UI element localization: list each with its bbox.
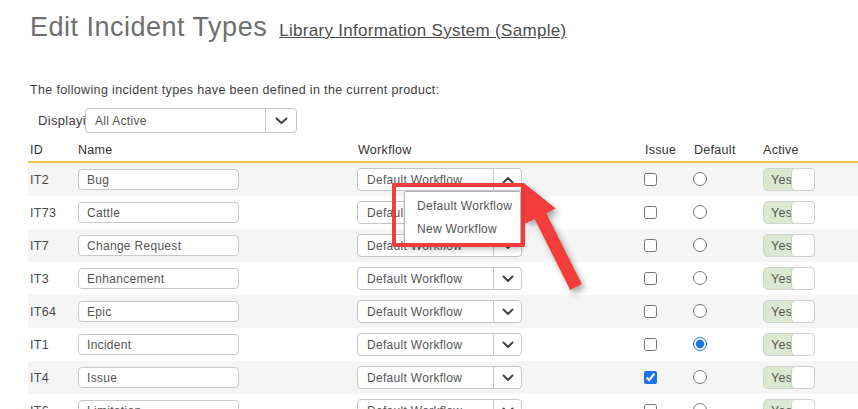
row-id: IT2 <box>30 173 49 187</box>
toggle-knob <box>791 399 815 409</box>
workflow-select[interactable]: Default Workflow <box>357 333 522 356</box>
name-input[interactable] <box>78 202 239 223</box>
active-toggle-label: Yes <box>771 305 792 319</box>
row-id: IT64 <box>30 305 56 319</box>
table-row: IT64 Default Workflow Yes <box>28 295 858 328</box>
active-toggle[interactable]: Yes <box>763 168 815 191</box>
table-header-row: ID Name Workflow Issue Default Active <box>28 140 858 163</box>
workflow-dropdown-panel: Default Workflow New Workflow <box>404 191 521 246</box>
column-header-id: ID <box>30 143 43 157</box>
dropdown-option-new-workflow[interactable]: New Workflow <box>405 218 520 241</box>
row-id: IT7 <box>30 239 49 253</box>
description-text: The following incident types have been d… <box>30 83 439 97</box>
workflow-select[interactable]: Default Workflow <box>357 300 522 323</box>
name-input[interactable] <box>78 334 239 355</box>
column-header-workflow: Workflow <box>358 143 412 157</box>
default-radio[interactable] <box>693 205 707 219</box>
name-input[interactable] <box>78 400 239 409</box>
default-radio[interactable] <box>693 172 707 186</box>
page-title: Edit Incident Types <box>30 12 267 43</box>
default-radio[interactable] <box>693 271 707 285</box>
issue-checkbox[interactable] <box>644 404 657 409</box>
name-input[interactable] <box>78 367 239 388</box>
table-row: IT3 Default Workflow Yes <box>28 262 858 295</box>
issue-checkbox[interactable] <box>644 272 657 285</box>
workflow-select-value: Default Workflow <box>358 338 493 352</box>
name-input[interactable] <box>78 235 239 256</box>
product-link[interactable]: Library Information System (Sample) <box>279 21 566 41</box>
active-toggle-label: Yes <box>771 272 792 286</box>
issue-checkbox[interactable] <box>644 371 657 384</box>
row-id: IT1 <box>30 338 49 352</box>
row-id: IT4 <box>30 371 49 385</box>
active-toggle-label: Yes <box>771 338 792 352</box>
active-toggle[interactable]: Yes <box>763 234 815 257</box>
active-toggle[interactable]: Yes <box>763 300 815 323</box>
chevron-down-icon[interactable] <box>493 268 521 289</box>
dropdown-option-default-workflow[interactable]: Default Workflow <box>405 195 520 218</box>
chevron-down-icon[interactable] <box>493 301 521 322</box>
workflow-select[interactable]: Default Workflow <box>357 399 522 409</box>
table-row: IT6 Default Workflow Yes <box>28 394 858 409</box>
workflow-select[interactable]: Default Workflow <box>357 366 522 389</box>
issue-checkbox[interactable] <box>644 239 657 252</box>
workflow-select-value: Default Workflow <box>358 173 493 187</box>
workflow-select-value: Default Workflow <box>358 404 493 409</box>
column-header-name: Name <box>78 143 113 157</box>
active-toggle[interactable]: Yes <box>763 399 815 409</box>
default-radio[interactable] <box>693 403 707 409</box>
table-row: IT4 Default Workflow Yes <box>28 361 858 394</box>
displaying-select[interactable]: All Active <box>85 108 297 133</box>
default-radio[interactable] <box>693 370 707 384</box>
chevron-down-icon[interactable] <box>493 367 521 388</box>
chevron-down-icon[interactable] <box>265 109 296 132</box>
active-toggle[interactable]: Yes <box>763 201 815 224</box>
active-toggle-label: Yes <box>771 371 792 385</box>
table-row: IT1 Default Workflow Yes <box>28 328 858 361</box>
toggle-knob <box>791 168 815 191</box>
column-header-issue: Issue <box>645 143 676 157</box>
toggle-knob <box>791 333 815 356</box>
issue-checkbox[interactable] <box>644 338 657 351</box>
incident-types-table: ID Name Workflow Issue Default Active IT… <box>28 140 858 409</box>
default-radio[interactable] <box>693 304 707 318</box>
toggle-knob <box>791 366 815 389</box>
workflow-select-value: Default Workflow <box>358 371 493 385</box>
column-header-default: Default <box>694 143 736 157</box>
row-id: IT6 <box>30 404 49 409</box>
column-header-active: Active <box>763 143 799 157</box>
row-id: IT73 <box>30 206 56 220</box>
name-input[interactable] <box>78 169 239 190</box>
toggle-knob <box>791 267 815 290</box>
workflow-select[interactable]: Default Workflow <box>357 267 522 290</box>
toggle-knob <box>791 300 815 323</box>
issue-checkbox[interactable] <box>644 305 657 318</box>
displaying-select-value: All Active <box>86 114 265 128</box>
name-input[interactable] <box>78 268 239 289</box>
chevron-down-icon[interactable] <box>493 400 521 409</box>
issue-checkbox[interactable] <box>644 206 657 219</box>
active-toggle-label: Yes <box>771 206 792 220</box>
active-toggle-label: Yes <box>771 404 792 409</box>
active-toggle[interactable]: Yes <box>763 366 815 389</box>
active-toggle-label: Yes <box>771 173 792 187</box>
active-toggle[interactable]: Yes <box>763 333 815 356</box>
toggle-knob <box>791 201 815 224</box>
chevron-down-icon[interactable] <box>493 334 521 355</box>
name-input[interactable] <box>78 301 239 322</box>
workflow-select[interactable]: Default Workflow <box>357 168 522 191</box>
row-id: IT3 <box>30 272 49 286</box>
active-toggle[interactable]: Yes <box>763 267 815 290</box>
page-header: Edit Incident Types Library Information … <box>30 12 566 43</box>
chevron-up-icon[interactable] <box>493 169 521 190</box>
workflow-select-value: Default Workflow <box>358 272 493 286</box>
active-toggle-label: Yes <box>771 239 792 253</box>
workflow-select-value: Default Workflow <box>358 305 493 319</box>
default-radio[interactable] <box>693 337 707 351</box>
issue-checkbox[interactable] <box>644 173 657 186</box>
default-radio[interactable] <box>693 238 707 252</box>
toggle-knob <box>791 234 815 257</box>
